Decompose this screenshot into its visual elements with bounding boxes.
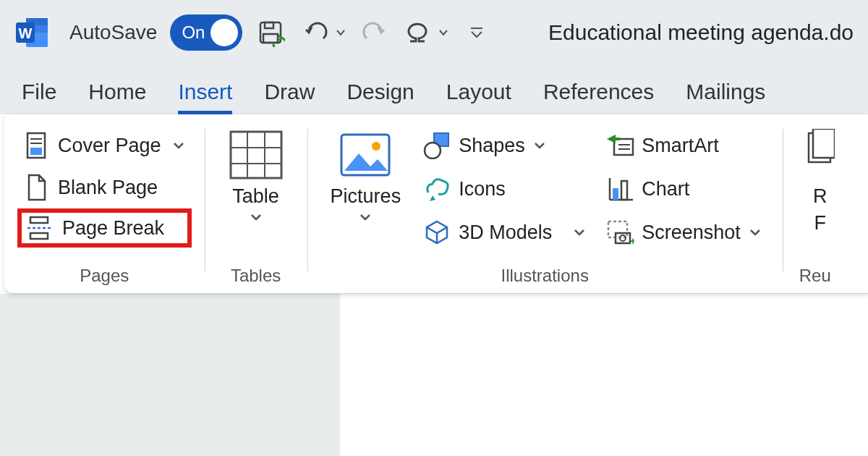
word-logo-icon: W: [14, 15, 49, 50]
screenshot-label: Screenshot: [642, 221, 741, 244]
smartart-label: SmartArt: [642, 135, 719, 157]
shapes-icon: [422, 132, 451, 159]
undo-dropdown-icon[interactable]: [336, 28, 346, 38]
svg-rect-31: [613, 188, 618, 200]
qat-customize-button[interactable]: [461, 16, 492, 49]
chevron-down-icon: [534, 140, 545, 151]
icons-button[interactable]: Icons: [414, 168, 594, 210]
cover-page-button[interactable]: Cover Page: [17, 124, 192, 166]
tab-references[interactable]: References: [543, 80, 654, 114]
cube-icon: [422, 219, 451, 246]
icons-icon: [422, 175, 451, 203]
screenshot-button[interactable]: + Screenshot: [597, 211, 770, 253]
svg-point-25: [425, 143, 441, 159]
blank-page-label: Blank Page: [58, 177, 158, 199]
svg-rect-32: [621, 181, 627, 200]
pictures-icon: [337, 129, 393, 181]
tab-mailings[interactable]: Mailings: [686, 80, 765, 114]
group-label-reuse: Reu: [796, 261, 835, 289]
svg-point-23: [372, 142, 380, 151]
smartart-button[interactable]: SmartArt: [597, 124, 770, 166]
symbol-button[interactable]: [402, 16, 433, 49]
svg-text:W: W: [19, 25, 33, 41]
ribbon-tabs: File Home Insert Draw Design Layout Refe…: [0, 65, 868, 114]
group-label-illustrations: Illustrations: [320, 261, 770, 289]
blank-page-icon: [25, 174, 48, 201]
tab-file[interactable]: File: [22, 80, 56, 114]
chevron-down-icon: [173, 140, 184, 151]
svg-rect-8: [263, 34, 278, 43]
reuse-icon: [806, 129, 835, 181]
table-button[interactable]: Table: [218, 124, 294, 227]
document-title: Educational meeting agenda.do: [548, 20, 854, 45]
chevron-down-icon: [574, 227, 585, 237]
symbol-dropdown-icon[interactable]: [438, 28, 448, 38]
tab-insert[interactable]: Insert: [178, 80, 232, 114]
table-icon: [228, 129, 284, 181]
group-pages: Cover Page Blank Page: [4, 114, 205, 293]
svg-rect-14: [30, 217, 48, 223]
table-label: Table: [232, 185, 279, 208]
shapes-label: Shapes: [459, 135, 525, 157]
ribbon: Cover Page Blank Page: [4, 114, 868, 294]
icons-label: Icons: [459, 178, 506, 200]
svg-rect-16: [30, 233, 48, 239]
reuse-files-button[interactable]: R F: [796, 124, 835, 235]
svg-rect-13: [30, 148, 42, 155]
group-illustrations: Pictures Shapes: [307, 114, 783, 293]
svg-rect-26: [614, 139, 633, 155]
autosave-label: AutoSave: [69, 21, 157, 44]
page-break-icon: [26, 216, 52, 240]
group-tables: Table Tables: [205, 114, 307, 293]
page-break-button[interactable]: Page Break: [17, 208, 192, 248]
3d-models-label: 3D Models: [459, 221, 552, 244]
tab-home[interactable]: Home: [88, 80, 146, 114]
svg-rect-38: [813, 129, 835, 158]
3d-models-button[interactable]: 3D Models: [414, 211, 594, 253]
undo-button[interactable]: [299, 16, 333, 49]
autosave-toggle[interactable]: On: [170, 14, 242, 51]
svg-rect-17: [231, 132, 281, 178]
tab-layout[interactable]: Layout: [446, 80, 511, 114]
save-button[interactable]: [255, 16, 286, 49]
group-label-tables: Tables: [218, 261, 294, 289]
svg-rect-7: [265, 22, 273, 28]
page-break-label: Page Break: [62, 217, 164, 240]
cover-page-label: Cover Page: [58, 135, 161, 157]
screenshot-icon: +: [605, 219, 634, 246]
title-bar: W AutoSave On: [0, 0, 868, 65]
tab-design[interactable]: Design: [346, 80, 414, 114]
chevron-down-icon: [749, 227, 761, 237]
reuse-f-label: F: [814, 212, 827, 235]
autosave-toggle-text: On: [182, 22, 205, 43]
chevron-down-icon: [359, 212, 372, 222]
document-page[interactable]: [340, 294, 868, 456]
pictures-label: Pictures: [331, 185, 401, 208]
reuse-r-label: R: [813, 185, 827, 208]
smartart-icon: [605, 132, 634, 159]
chart-button[interactable]: Chart: [597, 168, 770, 210]
shapes-button[interactable]: Shapes: [414, 124, 594, 166]
group-label-pages: Pages: [17, 261, 192, 289]
blank-page-button[interactable]: Blank Page: [17, 166, 192, 208]
pictures-button[interactable]: Pictures: [320, 124, 412, 253]
chevron-down-icon: [250, 212, 263, 222]
cover-page-icon: [25, 132, 48, 159]
chart-icon: [605, 175, 634, 203]
svg-text:+: +: [630, 235, 634, 246]
chart-label: Chart: [642, 178, 689, 200]
group-reuse: R F Reu: [783, 114, 835, 293]
document-area: [0, 294, 868, 456]
redo-button[interactable]: [359, 16, 389, 49]
tab-draw[interactable]: Draw: [264, 80, 315, 114]
toggle-knob-icon: [210, 19, 238, 46]
